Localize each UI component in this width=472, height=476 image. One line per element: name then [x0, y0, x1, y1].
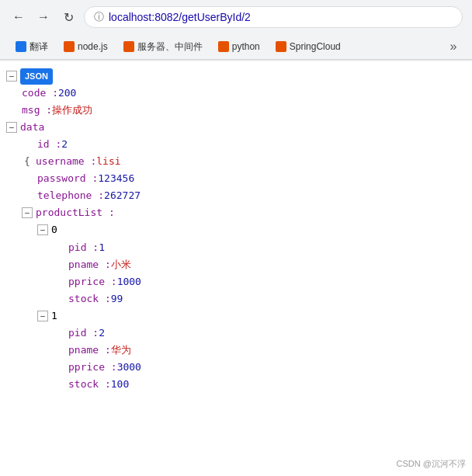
pprice1-key: pprice : — [68, 359, 117, 376]
username-line: { username : lisi — [0, 153, 472, 170]
password-key: password : — [37, 170, 98, 187]
bookmark-translate[interactable]: 翻译 — [9, 38, 54, 56]
bookmark-python-icon — [218, 41, 229, 52]
data-key: data — [20, 119, 44, 136]
bookmark-nodejs[interactable]: node.js — [57, 39, 114, 54]
toolbar: ← → ↻ ⓘ localhost:8082/getUserById/2 — [0, 0, 472, 34]
pname1-value: 华为 — [111, 342, 131, 359]
stock1-key: stock : — [68, 376, 111, 393]
index1-toggle[interactable]: − — [37, 311, 48, 321]
bookmark-springcloud-icon — [276, 41, 286, 52]
id-value: 2 — [61, 136, 68, 153]
username-value: lisi — [96, 153, 120, 170]
address-bar[interactable]: ⓘ localhost:8082/getUserById/2 — [84, 6, 463, 28]
refresh-button[interactable]: ↻ — [59, 8, 78, 26]
bookmark-python-label: python — [232, 41, 260, 52]
bookmark-springcloud-label: SpringCloud — [290, 41, 341, 52]
pid1-value: 2 — [99, 325, 105, 342]
root-toggle[interactable]: − — [6, 71, 17, 82]
msg-value: 操作成功 — [52, 102, 92, 119]
bookmark-server-icon — [123, 41, 134, 52]
telephone-value: 262727 — [104, 187, 141, 204]
pprice0-value: 1000 — [117, 273, 141, 290]
bookmark-server[interactable]: 服务器、中间件 — [117, 38, 209, 56]
bookmark-translate-icon — [16, 41, 26, 52]
bookmarks-bar: 翻译 node.js 服务器、中间件 python SpringCloud » — [0, 34, 472, 60]
index0-line: − 0 — [0, 221, 472, 238]
pname0-line: pname : 小米 — [0, 256, 472, 273]
pid0-key: pid : — [68, 239, 99, 256]
pid1-line: pid : 2 — [0, 325, 472, 342]
pprice1-value: 3000 — [117, 359, 141, 376]
pprice1-line: pprice : 3000 — [0, 359, 472, 376]
index1-label: 1 — [51, 307, 57, 325]
stock1-line: stock : 100 — [0, 376, 472, 393]
index0-toggle[interactable]: − — [37, 224, 48, 235]
productlist-line: − productList : — [0, 204, 472, 221]
index0-label: 0 — [51, 221, 57, 238]
json-content: − JSON code : 200 msg : 操作成功 − data id :… — [0, 61, 472, 449]
browser-chrome: ← → ↻ ⓘ localhost:8082/getUserById/2 翻译 … — [0, 0, 472, 61]
bookmark-nodejs-icon — [64, 41, 75, 52]
id-key: id : — [37, 136, 61, 153]
data-toggle[interactable]: − — [6, 122, 17, 133]
back-button[interactable]: ← — [9, 8, 28, 26]
forward-button[interactable]: → — [34, 8, 53, 26]
pname1-key: pname : — [68, 342, 111, 359]
pname0-key: pname : — [68, 256, 111, 273]
bookmark-translate-label: 翻译 — [30, 40, 48, 54]
code-value: 200 — [58, 85, 76, 102]
stock0-key: stock : — [68, 290, 111, 307]
username-key: username : — [36, 153, 96, 170]
data-line: − data — [0, 119, 472, 136]
id-line: id : 2 — [0, 136, 472, 153]
pname0-value: 小米 — [111, 256, 131, 273]
password-value: 123456 — [98, 170, 134, 187]
bookmarks-more-button[interactable]: » — [444, 37, 463, 56]
lock-icon: ⓘ — [94, 10, 104, 24]
stock0-line: stock : 99 — [0, 290, 472, 307]
telephone-line: telephone : 262727 — [0, 187, 472, 204]
username-brace: { — [22, 153, 33, 170]
bookmark-nodejs-label: node.js — [78, 41, 108, 52]
json-badge: JSON — [20, 68, 53, 85]
code-line: code : 200 — [0, 85, 472, 102]
pid1-key: pid : — [68, 325, 99, 342]
pid0-value: 1 — [99, 239, 105, 256]
pprice0-key: pprice : — [68, 273, 117, 290]
json-root-line: − JSON — [0, 68, 472, 85]
msg-line: msg : 操作成功 — [0, 102, 472, 119]
bookmark-python[interactable]: python — [212, 39, 266, 54]
password-line: password : 123456 — [0, 170, 472, 187]
bookmark-springcloud[interactable]: SpringCloud — [269, 39, 347, 54]
productlist-key: productList : — [36, 204, 115, 221]
code-key: code : — [22, 85, 58, 102]
telephone-key: telephone : — [37, 187, 104, 204]
pprice0-line: pprice : 1000 — [0, 273, 472, 290]
index1-line: − 1 — [0, 307, 472, 325]
stock0-value: 99 — [111, 290, 123, 307]
bookmark-server-label: 服务器、中间件 — [137, 40, 203, 54]
productlist-toggle[interactable]: − — [22, 207, 33, 218]
pname1-line: pname : 华为 — [0, 342, 472, 359]
pid0-line: pid : 1 — [0, 239, 472, 256]
stock1-value: 100 — [111, 376, 129, 393]
url-text: localhost:8082/getUserById/2 — [109, 11, 251, 23]
msg-key: msg : — [22, 102, 52, 119]
